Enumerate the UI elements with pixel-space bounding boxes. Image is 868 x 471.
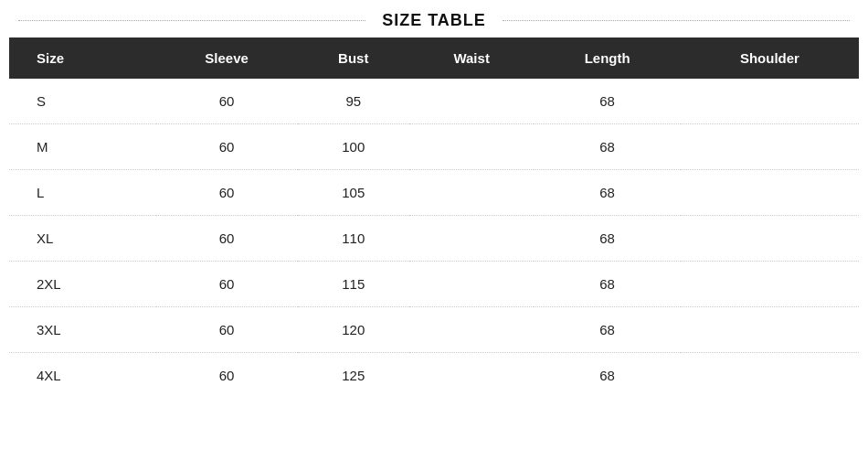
table-cell: [681, 170, 859, 216]
title-line-left: [18, 20, 365, 21]
table-header-row: Size Sleeve Bust Waist Length Shoulder: [9, 37, 859, 79]
table-cell: 3XL: [9, 307, 156, 353]
table-cell: 60: [156, 79, 298, 124]
table-cell: [681, 262, 859, 307]
table-row: XL6011068: [9, 216, 859, 262]
table-cell: [681, 79, 859, 124]
table-cell: 115: [298, 262, 409, 307]
table-cell: 60: [156, 124, 298, 170]
table-cell: 60: [156, 307, 298, 353]
title-row: SIZE TABLE: [0, 0, 868, 37]
table-row: S609568: [9, 79, 859, 124]
table-row: L6010568: [9, 170, 859, 216]
page-title: SIZE TABLE: [365, 11, 503, 30]
table-cell: 60: [156, 353, 298, 399]
table-cell: 68: [534, 216, 681, 262]
table-cell: 68: [534, 307, 681, 353]
table-cell: [681, 353, 859, 399]
size-table: Size Sleeve Bust Waist Length Shoulder S…: [9, 37, 859, 398]
table-cell: [409, 307, 534, 353]
table-cell: 68: [534, 170, 681, 216]
table-cell: 68: [534, 262, 681, 307]
table-row: 3XL6012068: [9, 307, 859, 353]
table-cell: [409, 262, 534, 307]
col-header-shoulder: Shoulder: [681, 37, 859, 79]
col-header-bust: Bust: [298, 37, 409, 79]
table-cell: M: [9, 124, 156, 170]
table-cell: 68: [534, 124, 681, 170]
table-cell: [681, 124, 859, 170]
table-cell: S: [9, 79, 156, 124]
table-row: M6010068: [9, 124, 859, 170]
title-line-right: [503, 20, 850, 21]
table-cell: [409, 216, 534, 262]
col-header-sleeve: Sleeve: [156, 37, 298, 79]
col-header-length: Length: [534, 37, 681, 79]
table-cell: [409, 124, 534, 170]
table-cell: 105: [298, 170, 409, 216]
table-row: 4XL6012568: [9, 353, 859, 399]
table-container: Size Sleeve Bust Waist Length Shoulder S…: [0, 37, 868, 398]
table-cell: 60: [156, 216, 298, 262]
table-cell: 60: [156, 170, 298, 216]
table-cell: [681, 216, 859, 262]
table-cell: 110: [298, 216, 409, 262]
table-cell: [409, 79, 534, 124]
table-cell: 60: [156, 262, 298, 307]
col-header-waist: Waist: [409, 37, 534, 79]
table-cell: 4XL: [9, 353, 156, 399]
table-cell: 68: [534, 353, 681, 399]
table-cell: 125: [298, 353, 409, 399]
col-header-size: Size: [9, 37, 156, 79]
table-cell: [681, 307, 859, 353]
table-cell: 2XL: [9, 262, 156, 307]
table-cell: 120: [298, 307, 409, 353]
table-cell: 95: [298, 79, 409, 124]
table-row: 2XL6011568: [9, 262, 859, 307]
table-cell: XL: [9, 216, 156, 262]
table-cell: 100: [298, 124, 409, 170]
table-cell: [409, 353, 534, 399]
table-cell: [409, 170, 534, 216]
table-cell: L: [9, 170, 156, 216]
table-cell: 68: [534, 79, 681, 124]
